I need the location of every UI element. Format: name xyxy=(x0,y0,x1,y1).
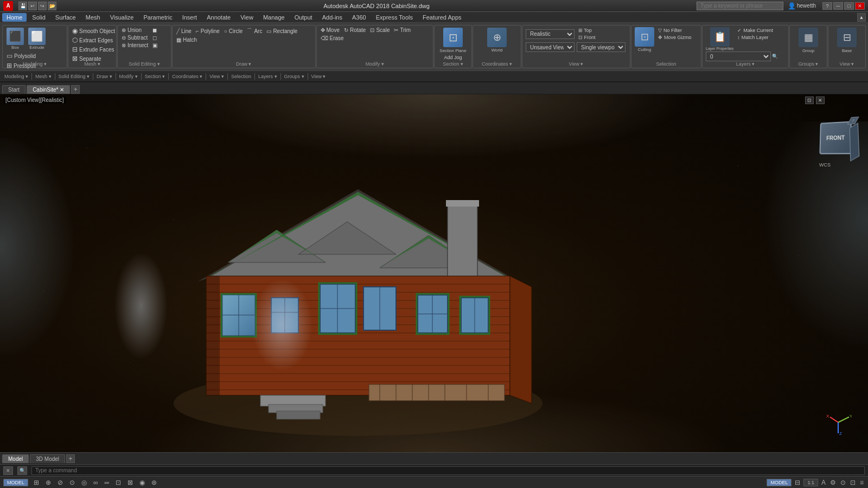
layer-select[interactable]: 0 xyxy=(706,52,771,61)
menu-annotate[interactable]: Annotate xyxy=(202,13,235,22)
menu-parametric[interactable]: Parametric xyxy=(139,13,176,22)
section-sub-btn[interactable]: Add Jog xyxy=(442,54,463,61)
line-btn[interactable]: ╱ Line xyxy=(175,27,193,35)
erase-btn[interactable]: ⌫ Erase xyxy=(319,35,346,42)
model-status-btn[interactable]: MODEL xyxy=(3,479,28,486)
subtract-btn[interactable]: ⊖ Subtract xyxy=(120,34,150,41)
view-top-btn[interactable]: ⊞ Top xyxy=(577,27,597,34)
hatch-btn[interactable]: ▦ Hatch xyxy=(175,36,199,43)
transp-toggle[interactable]: ⊡ xyxy=(114,479,122,486)
new-tab-btn[interactable]: + xyxy=(71,85,80,94)
menu-mesh[interactable]: Mesh xyxy=(81,13,105,22)
customization[interactable]: ≡ xyxy=(859,479,865,486)
culling-btn[interactable]: ⊡ Culling xyxy=(635,27,654,52)
dyn-ucs[interactable]: ⊛ xyxy=(150,479,158,486)
cmd-close-btn[interactable]: ✕ xyxy=(3,466,13,475)
open-btn[interactable]: 📂 xyxy=(48,2,56,10)
minimize-btn[interactable]: ─ xyxy=(833,2,843,10)
ws-settings[interactable]: ⚙ xyxy=(829,479,837,486)
model-tab[interactable]: Model xyxy=(2,454,29,463)
menu-express-tools[interactable]: Express Tools xyxy=(372,13,417,22)
cmd-search-btn[interactable]: 🔍 xyxy=(17,466,27,475)
scale-btn[interactable]: 1:1 xyxy=(803,479,818,486)
menu-visualize[interactable]: Visualize xyxy=(106,13,138,22)
otrack-toggle[interactable]: ∞ xyxy=(92,479,99,486)
rotate-btn[interactable]: ↻ Rotate xyxy=(342,27,367,34)
cabinsite-tab[interactable]: CabinSite* ✕ xyxy=(27,85,70,94)
maximize-btn[interactable]: □ xyxy=(844,2,854,10)
circle-btn[interactable]: ○ Circle xyxy=(222,27,245,35)
close-btn[interactable]: ✕ xyxy=(855,2,865,10)
extract-edges-btn[interactable]: ⬡ Extract Edges xyxy=(71,36,114,44)
search-input[interactable] xyxy=(697,2,783,10)
osnap-toggle[interactable]: ◎ xyxy=(80,479,88,486)
start-tab[interactable]: Start xyxy=(2,85,25,94)
arc-btn[interactable]: ⌒ Arc xyxy=(245,27,264,35)
trim-btn[interactable]: ✂ Trim xyxy=(392,27,412,34)
match-layer-btn[interactable]: ↕ Match Layer xyxy=(736,34,775,41)
nav-cube[interactable]: FRONT T WCS xyxy=(819,121,857,159)
model-space-btn[interactable]: MODEL xyxy=(767,479,792,486)
layer-properties-btn[interactable]: 📋 Layer Properties xyxy=(706,27,733,50)
menu-view[interactable]: View xyxy=(236,13,258,22)
intersect-btn[interactable]: ⊗ Intersect xyxy=(120,42,150,49)
menu-featured-apps[interactable]: Featured Apps xyxy=(418,13,466,22)
ribbon-toggle-btn[interactable]: ▲ xyxy=(857,13,866,22)
3d-osnap[interactable]: ◉ xyxy=(138,479,146,486)
command-input[interactable] xyxy=(31,466,865,475)
base-icon[interactable]: ⊟ xyxy=(837,28,857,47)
extrude-faces-btn[interactable]: ⊟ Extrude Faces xyxy=(71,45,114,54)
no-filter-btn[interactable]: ▽ No Filter xyxy=(656,27,693,34)
view-front-btn[interactable]: ⊡ Front xyxy=(577,34,597,41)
svg-line-61 xyxy=(838,417,849,422)
menu-solid[interactable]: Solid xyxy=(28,13,49,22)
sel-cycling[interactable]: ⊠ xyxy=(126,479,134,486)
grid-toggle[interactable]: ⊞ xyxy=(33,479,40,486)
full-screen[interactable]: ⊡ xyxy=(849,479,857,486)
redo-btn[interactable]: ↪ xyxy=(38,2,47,10)
smooth-object-btn[interactable]: ◉ Smooth Object xyxy=(71,27,114,35)
union-btn[interactable]: ⊕ Union xyxy=(120,27,150,34)
menu-insert[interactable]: Insert xyxy=(178,13,202,22)
menu-home[interactable]: Home xyxy=(2,13,27,22)
add-layout-btn[interactable]: + xyxy=(66,454,75,463)
quick-access-btn[interactable]: 💾 xyxy=(18,2,27,10)
section-plane-icon[interactable]: ⊡ xyxy=(443,28,463,47)
scale-btn[interactable]: ⊡ Scale xyxy=(368,27,391,34)
svg-rect-27 xyxy=(206,276,220,395)
annotation-scale[interactable]: A xyxy=(820,479,827,486)
move-btn[interactable]: ✥ Move xyxy=(319,27,341,34)
solid-btn1[interactable]: ◼ xyxy=(151,27,159,34)
help-btn[interactable]: ? xyxy=(822,2,832,10)
close-viewport-btn[interactable]: ✕ xyxy=(816,97,825,104)
box-btn[interactable]: ⬛ Box xyxy=(5,27,25,51)
menu-a360[interactable]: A360 xyxy=(348,13,371,22)
extrude-btn[interactable]: ⬜ Extrude xyxy=(27,27,47,51)
snap-toggle[interactable]: ⊕ xyxy=(44,479,52,486)
isolate-obj[interactable]: ⊙ xyxy=(839,479,847,486)
move-gizmo-btn[interactable]: ✥ Move Gizmo xyxy=(656,34,693,41)
solid-btn2[interactable]: ◻ xyxy=(151,34,159,41)
menu-surface[interactable]: Surface xyxy=(51,13,80,22)
solid-btn3[interactable]: ▣ xyxy=(151,42,159,49)
polyline-btn[interactable]: ⌐ Polyline xyxy=(194,27,221,35)
make-current-btn[interactable]: ✓ Make Current xyxy=(736,27,775,34)
ortho-toggle[interactable]: ⊘ xyxy=(56,479,64,486)
viewport-select[interactable]: Single viewport xyxy=(577,42,626,52)
lwt-toggle[interactable]: ═ xyxy=(104,479,111,486)
menu-add-ins[interactable]: Add-ins xyxy=(318,13,347,22)
visual-style-select[interactable]: Realistic Conceptual Wireframe xyxy=(526,29,575,39)
menu-manage[interactable]: Manage xyxy=(259,13,289,22)
3d-model-tab[interactable]: 3D Model xyxy=(30,454,65,463)
group-icon[interactable]: ▦ xyxy=(799,28,818,47)
undo-btn[interactable]: ↩ xyxy=(28,2,37,10)
polar-toggle[interactable]: ⊙ xyxy=(68,479,76,486)
svg-rect-56 xyxy=(277,411,320,419)
world-btn[interactable]: ⊕ World xyxy=(476,28,518,53)
restore-btn[interactable]: ⊡ xyxy=(805,97,814,104)
menu-output[interactable]: Output xyxy=(290,13,317,22)
saved-view-select[interactable]: Unsaved View xyxy=(526,42,575,52)
polysolid-btn[interactable]: ▭ Polysolid xyxy=(5,52,37,60)
viewport-scale[interactable]: ⊟ xyxy=(794,479,801,486)
rect-btn[interactable]: ▭ Rectangle xyxy=(265,27,299,35)
